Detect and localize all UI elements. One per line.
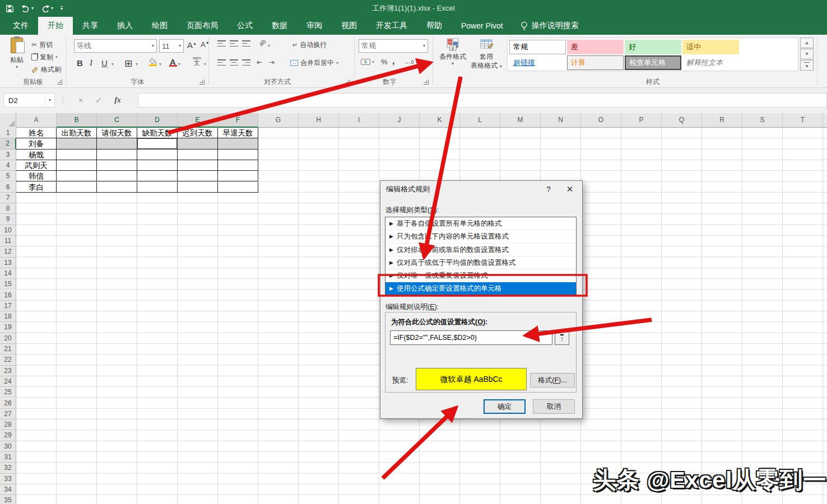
cell-E3[interactable]: [178, 150, 218, 160]
comma-style-button[interactable]: ,: [392, 56, 394, 66]
help-icon[interactable]: ?: [540, 181, 557, 198]
cell-style-good[interactable]: 好: [625, 40, 681, 54]
cell-B2[interactable]: [57, 138, 97, 149]
clipboard-dialog-launcher[interactable]: [57, 80, 62, 85]
tab-数据[interactable]: 数据: [262, 17, 297, 35]
increase-font-size-button[interactable]: A▲: [187, 40, 197, 50]
column-header-P[interactable]: P: [621, 113, 662, 128]
row-header-1[interactable]: 1: [0, 128, 16, 138]
enter-entry-button[interactable]: ✓: [91, 93, 106, 108]
rule-type-item-1[interactable]: ▶基于各自值设置所有单元格的格式: [385, 217, 576, 230]
collapse-dialog-button[interactable]: ↑: [555, 330, 569, 345]
merge-center-button[interactable]: ↔ 合并后居中 ▾: [290, 58, 338, 68]
row-header-28[interactable]: 28: [0, 419, 16, 430]
cell-A3[interactable]: 杨戬: [16, 150, 57, 160]
tab-页面布局[interactable]: 页面布局: [177, 17, 227, 35]
row-header-21[interactable]: 21: [0, 344, 16, 354]
italic-button[interactable]: I: [90, 58, 92, 68]
tab-开发工具[interactable]: 开发工具: [366, 17, 417, 35]
percent-style-button[interactable]: %: [381, 58, 388, 66]
decrease-indent-button[interactable]: ⇤: [257, 58, 262, 66]
column-header-D[interactable]: D: [137, 113, 178, 128]
row-header-13[interactable]: 13: [0, 258, 16, 268]
wrap-text-button[interactable]: ↵ 自动换行: [292, 40, 327, 50]
column-header-I[interactable]: I: [339, 113, 379, 128]
cell-F4[interactable]: [218, 160, 258, 171]
cell-A2[interactable]: 刘备: [16, 138, 57, 149]
gallery-more-button[interactable]: ▼: [800, 60, 814, 71]
row-header-11[interactable]: 11: [0, 236, 16, 246]
align-center-icon[interactable]: [230, 59, 238, 66]
cell-D4[interactable]: [137, 160, 178, 171]
conditional-formatting-button[interactable]: ≠ 条件格式 ▾: [437, 37, 468, 77]
format-as-table-button[interactable]: 套用 表格格式 ▾: [471, 37, 502, 77]
column-header-O[interactable]: O: [581, 113, 621, 128]
align-top-icon[interactable]: [217, 40, 226, 46]
row-header-14[interactable]: 14: [0, 268, 16, 279]
bold-button[interactable]: B: [77, 58, 83, 68]
font-name-combo[interactable]: 等线▾: [74, 39, 157, 53]
row-header-4[interactable]: 4: [0, 160, 16, 171]
cell-F1[interactable]: 早退天数: [218, 128, 258, 138]
column-header-C[interactable]: C: [97, 113, 137, 128]
cell-F3[interactable]: [218, 150, 258, 160]
row-header-15[interactable]: 15: [0, 279, 16, 290]
font-color-dropdown[interactable]: ▾: [178, 62, 180, 67]
cell-style-neutral[interactable]: 适中: [682, 40, 739, 54]
tab-帮助[interactable]: 帮助: [417, 17, 452, 35]
row-header-17[interactable]: 17: [0, 301, 16, 311]
cell-C2[interactable]: [97, 138, 137, 149]
cell-C4[interactable]: [97, 160, 137, 171]
cut-button[interactable]: ✂ 剪切: [31, 39, 53, 50]
tab-审阅[interactable]: 审阅: [297, 17, 332, 35]
row-header-10[interactable]: 10: [0, 225, 16, 236]
cell-style-check[interactable]: 检查单元格: [625, 55, 681, 70]
column-header-A[interactable]: A: [16, 113, 57, 128]
cell-style-calc[interactable]: 计算: [567, 55, 624, 70]
cell-B3[interactable]: [57, 150, 97, 160]
row-header-12[interactable]: 12: [0, 246, 16, 257]
row-header-23[interactable]: 23: [0, 366, 16, 376]
cell-A5[interactable]: 韩信: [16, 171, 57, 181]
column-header-E[interactable]: E: [178, 113, 218, 128]
close-icon[interactable]: ✕: [561, 181, 579, 198]
number-format-combo[interactable]: 常规▾: [359, 39, 428, 53]
increase-indent-button[interactable]: ⇥: [269, 58, 275, 66]
cell-D5[interactable]: [137, 171, 178, 181]
align-middle-icon[interactable]: [230, 40, 238, 46]
row-header-33[interactable]: 33: [0, 474, 16, 484]
format-button[interactable]: 格式(F)...: [530, 373, 575, 388]
cell-style-hyperlink[interactable]: 超链接: [509, 55, 566, 70]
align-right-icon[interactable]: [242, 59, 250, 66]
paste-button[interactable]: 粘贴 ▾: [4, 38, 29, 77]
cell-C1[interactable]: 请假天数: [97, 128, 137, 138]
cell-C3[interactable]: [97, 150, 137, 160]
format-painter-button[interactable]: 格式刷: [31, 64, 61, 75]
column-header-H[interactable]: H: [299, 113, 339, 128]
orientation-dropdown[interactable]: ▾: [268, 44, 270, 48]
tab-绘图[interactable]: 绘图: [142, 17, 177, 35]
row-header-34[interactable]: 34: [0, 484, 16, 495]
font-dialog-launcher[interactable]: [199, 80, 205, 85]
fill-color-dropdown[interactable]: ▾: [159, 62, 161, 67]
cancel-button[interactable]: 取消: [533, 399, 575, 414]
active-cell-D2[interactable]: [137, 138, 178, 149]
cell-B6[interactable]: [57, 182, 97, 193]
cell-E1[interactable]: 迟到天数: [178, 128, 218, 138]
cell-A4[interactable]: 武则天: [16, 160, 57, 171]
row-header-8[interactable]: 8: [0, 203, 16, 214]
dialog-title-bar[interactable]: 编辑格式规则 ? ✕: [380, 181, 582, 198]
tab-共享[interactable]: 共享: [73, 17, 108, 35]
cell-A6[interactable]: 李白: [16, 182, 57, 193]
formula-bar-splitter[interactable]: ⋮: [58, 93, 67, 108]
cell-C5[interactable]: [97, 171, 137, 181]
cell-B4[interactable]: [57, 160, 97, 171]
row-header-27[interactable]: 27: [0, 409, 16, 419]
row-header-9[interactable]: 9: [0, 214, 16, 225]
row-header-5[interactable]: 5: [0, 171, 16, 181]
rule-type-item-5[interactable]: ▶仅对唯一值或重复值设置格式: [385, 269, 576, 282]
borders-button[interactable]: ⊞: [124, 58, 132, 69]
number-dialog-launcher[interactable]: [424, 80, 429, 85]
tab-公式[interactable]: 公式: [227, 17, 262, 35]
row-header-7[interactable]: 7: [0, 193, 16, 203]
